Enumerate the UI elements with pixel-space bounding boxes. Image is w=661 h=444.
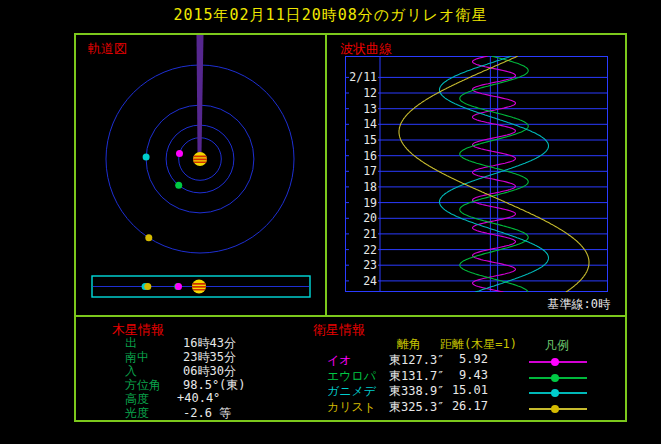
moon-dot-top xyxy=(143,154,150,161)
column-header-distance: 距離(木星=1) xyxy=(440,336,517,353)
date-tick-label: 21 xyxy=(363,227,377,241)
satellite-name: イオ xyxy=(327,352,352,369)
date-tick-label: 22 xyxy=(363,243,377,257)
app-window: { "title": "2015年02月11日20時08分のガリレオ衛星", "… xyxy=(0,0,661,444)
satellite-name: ガニメデ xyxy=(327,383,376,400)
wave-chart: 2/1112131415161718192021222324 xyxy=(345,56,608,292)
jupiter-row-label: 光度 xyxy=(125,405,149,422)
legend-item-ganymede xyxy=(529,389,587,397)
moon-dot-top xyxy=(145,234,152,241)
date-tick-label: 19 xyxy=(363,196,377,210)
date-tick-label: 13 xyxy=(363,102,377,116)
date-tick-label: 17 xyxy=(363,164,377,178)
moon-dot-edge xyxy=(144,283,151,290)
column-header-elongation: 離角 xyxy=(397,336,421,353)
wave-curve xyxy=(440,56,549,292)
date-tick-label: 15 xyxy=(363,133,377,147)
orbit-diagram xyxy=(76,35,324,314)
legend-dot xyxy=(551,374,559,382)
legend-heading: 凡例 xyxy=(545,337,569,354)
date-tick-label: 2/11 xyxy=(349,70,377,84)
satellite-elongation: 東325.3″ xyxy=(389,399,444,416)
date-tick-label: 16 xyxy=(363,149,377,163)
baseline-note: 基準線:0時 xyxy=(500,296,610,313)
page-title: 2015年02月11日20時08分のガリレオ衛星 xyxy=(0,6,661,25)
legend-item-europa xyxy=(529,374,587,382)
satellite-distance: 5.92 xyxy=(443,352,488,366)
satellite-elongation: 東338.9″ xyxy=(389,383,444,400)
moon-dot-top xyxy=(175,182,182,189)
panel-divider-horizontal xyxy=(74,315,627,317)
jupiter-row-value: -2.6 等 xyxy=(183,405,231,422)
date-tick-label: 18 xyxy=(363,180,377,194)
panel-divider-vertical xyxy=(325,33,327,316)
legend-dot xyxy=(551,405,559,413)
date-tick-label: 12 xyxy=(363,86,377,100)
jupiter-shadow-cone xyxy=(197,35,204,153)
satellite-info-heading: 衛星情報 xyxy=(313,321,365,339)
jupiter-row-value: +40.4° xyxy=(177,391,220,405)
date-tick-label: 14 xyxy=(363,117,377,131)
satellite-distance: 9.43 xyxy=(443,368,488,382)
legend-dot xyxy=(551,358,559,366)
satellite-distance: 26.17 xyxy=(443,399,488,413)
satellite-distance: 15.01 xyxy=(443,383,488,397)
satellite-elongation: 東127.3″ xyxy=(389,352,444,369)
satellite-name: カリスト xyxy=(327,399,376,416)
date-tick-label: 20 xyxy=(363,211,377,225)
legend-dot xyxy=(551,389,559,397)
date-tick-label: 24 xyxy=(363,274,377,288)
moon-dot-top xyxy=(176,150,183,157)
date-tick-label: 23 xyxy=(363,258,377,272)
legend-item-callisto xyxy=(529,405,587,413)
jupiter-info-heading: 木星情報 xyxy=(112,321,164,339)
legend-item-io xyxy=(529,358,587,366)
moon-dot-edge xyxy=(175,283,182,290)
